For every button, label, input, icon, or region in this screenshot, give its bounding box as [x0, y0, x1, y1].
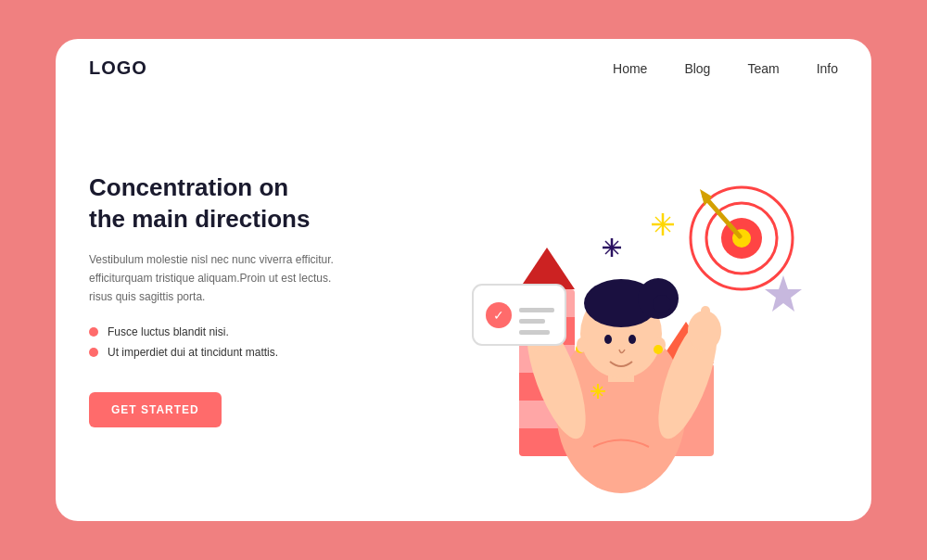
- nav-home[interactable]: Home: [613, 61, 647, 76]
- hero-illustration: ✓: [426, 104, 816, 493]
- svg-point-44: [604, 335, 612, 344]
- bullet-item-2: Ut imperdiet dui at tincidunt mattis.: [89, 346, 403, 359]
- svg-text:✓: ✓: [493, 308, 504, 323]
- svg-point-12: [653, 295, 671, 313]
- bullet-item-1: Fusce luctus blandit nisi.: [89, 325, 403, 338]
- svg-rect-24: [519, 330, 550, 335]
- nav-team[interactable]: Team: [747, 61, 779, 76]
- svg-rect-18: [701, 306, 710, 334]
- nav-blog[interactable]: Blog: [684, 61, 710, 76]
- svg-marker-4: [519, 248, 575, 289]
- left-panel: Concentration on the main directions Ves…: [89, 97, 403, 493]
- logo: LOGO: [89, 57, 147, 79]
- nav-info[interactable]: Info: [817, 61, 838, 76]
- bullet-dot-2: [89, 348, 98, 357]
- hero-headline: Concentration on the main directions: [89, 172, 403, 235]
- hero-description: Vestibulum molestie nisl nec nunc viverr…: [89, 250, 339, 307]
- bullet-list: Fusce luctus blandit nisi. Ut imperdiet …: [89, 325, 403, 366]
- main-card: LOGO Home Blog Team Info Concentration o…: [56, 39, 871, 521]
- svg-rect-23: [519, 319, 545, 324]
- get-started-button[interactable]: GET STARTED: [89, 392, 222, 427]
- navbar: LOGO Home Blog Team Info: [56, 39, 871, 97]
- main-section: Concentration on the main directions Ves…: [56, 97, 871, 521]
- svg-point-47: [577, 337, 588, 352]
- nav-links: Home Blog Team Info: [613, 61, 838, 76]
- svg-rect-22: [519, 308, 554, 312]
- svg-point-49: [654, 345, 663, 354]
- bullet-dot-1: [89, 327, 98, 337]
- illustration-area: ✓: [403, 97, 838, 493]
- svg-point-45: [629, 335, 636, 344]
